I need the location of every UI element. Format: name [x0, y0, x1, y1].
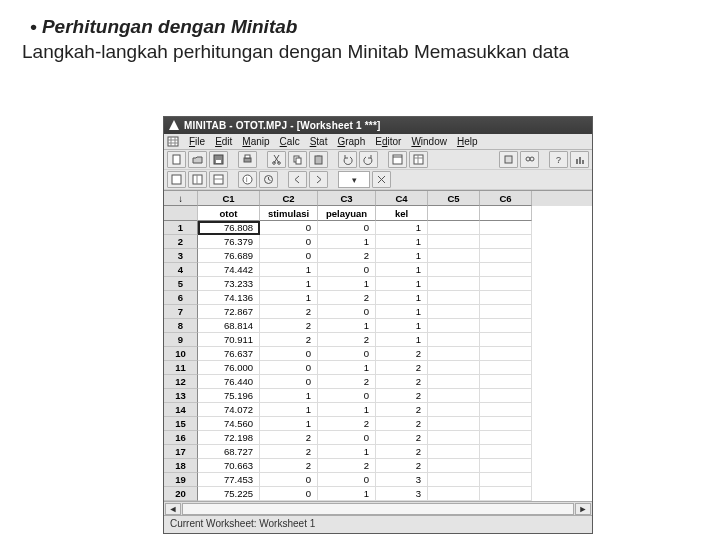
- cell[interactable]: 76.689: [198, 249, 260, 263]
- row-header[interactable]: 10: [164, 347, 198, 361]
- cell[interactable]: 0: [318, 221, 376, 235]
- cell[interactable]: 2: [318, 291, 376, 305]
- tool-c[interactable]: [209, 171, 228, 188]
- cell[interactable]: 1: [376, 221, 428, 235]
- row-header[interactable]: 1: [164, 221, 198, 235]
- cell[interactable]: 70.663: [198, 459, 260, 473]
- cell[interactable]: 2: [376, 347, 428, 361]
- col-header[interactable]: C2: [260, 191, 318, 206]
- help-button[interactable]: ?: [549, 151, 568, 168]
- open-button[interactable]: [188, 151, 207, 168]
- cell[interactable]: 1: [376, 305, 428, 319]
- cell[interactable]: 1: [318, 403, 376, 417]
- cell[interactable]: 2: [376, 459, 428, 473]
- cell[interactable]: 0: [260, 473, 318, 487]
- cell[interactable]: 0: [260, 361, 318, 375]
- cell[interactable]: 1: [318, 277, 376, 291]
- cell[interactable]: 2: [318, 333, 376, 347]
- cell[interactable]: [428, 375, 480, 389]
- cell[interactable]: 1: [376, 333, 428, 347]
- cell[interactable]: 72.867: [198, 305, 260, 319]
- cell[interactable]: 0: [318, 347, 376, 361]
- cell[interactable]: 1: [376, 235, 428, 249]
- menu-file[interactable]: File: [184, 136, 210, 147]
- session-window-button[interactable]: [388, 151, 407, 168]
- cell[interactable]: [480, 277, 532, 291]
- cell[interactable]: 1: [376, 263, 428, 277]
- scroll-right-button[interactable]: ►: [575, 503, 591, 515]
- cell[interactable]: 2: [376, 431, 428, 445]
- row-header[interactable]: 17: [164, 445, 198, 459]
- cell[interactable]: 0: [260, 375, 318, 389]
- cell[interactable]: [428, 389, 480, 403]
- cell[interactable]: 2: [260, 431, 318, 445]
- row-header[interactable]: 20: [164, 487, 198, 501]
- varname-cell[interactable]: [480, 206, 532, 221]
- save-button[interactable]: [209, 151, 228, 168]
- cell[interactable]: 1: [260, 291, 318, 305]
- cell[interactable]: 0: [260, 347, 318, 361]
- data-grid[interactable]: ↓ C1 C2 C3 C4 C5 C6 otot stimulasi pelay…: [164, 191, 592, 515]
- row-header[interactable]: 15: [164, 417, 198, 431]
- cell[interactable]: 0: [318, 473, 376, 487]
- cell[interactable]: 74.560: [198, 417, 260, 431]
- cell[interactable]: [428, 235, 480, 249]
- cell[interactable]: 2: [260, 319, 318, 333]
- row-header[interactable]: 16: [164, 431, 198, 445]
- row-header[interactable]: 3: [164, 249, 198, 263]
- cell[interactable]: [480, 263, 532, 277]
- cell[interactable]: 74.136: [198, 291, 260, 305]
- cell[interactable]: 1: [318, 487, 376, 501]
- cell[interactable]: [480, 235, 532, 249]
- cell[interactable]: 3: [376, 487, 428, 501]
- cell[interactable]: [480, 221, 532, 235]
- cell[interactable]: [428, 221, 480, 235]
- scroll-track[interactable]: [182, 503, 574, 515]
- cell[interactable]: [480, 473, 532, 487]
- cell[interactable]: [428, 403, 480, 417]
- redo-button[interactable]: [359, 151, 378, 168]
- cell[interactable]: 73.233: [198, 277, 260, 291]
- varname-cell[interactable]: kel: [376, 206, 428, 221]
- cell[interactable]: [428, 361, 480, 375]
- varname-cell[interactable]: [428, 206, 480, 221]
- row-header[interactable]: 7: [164, 305, 198, 319]
- menu-editor[interactable]: Editor: [370, 136, 406, 147]
- cell[interactable]: 76.000: [198, 361, 260, 375]
- cell[interactable]: [480, 487, 532, 501]
- row-header[interactable]: 5: [164, 277, 198, 291]
- cell[interactable]: 2: [318, 375, 376, 389]
- scroll-left-button[interactable]: ◄: [165, 503, 181, 515]
- menu-manip[interactable]: Manip: [237, 136, 274, 147]
- row-header[interactable]: 9: [164, 333, 198, 347]
- menu-window[interactable]: Window: [406, 136, 452, 147]
- cell[interactable]: 2: [376, 375, 428, 389]
- cell[interactable]: [428, 305, 480, 319]
- col-header[interactable]: C6: [480, 191, 532, 206]
- cell[interactable]: [428, 319, 480, 333]
- chart-button[interactable]: [570, 151, 589, 168]
- cell[interactable]: [480, 389, 532, 403]
- cell[interactable]: [428, 487, 480, 501]
- col-header[interactable]: C3: [318, 191, 376, 206]
- new-file-button[interactable]: [167, 151, 186, 168]
- cell[interactable]: [480, 319, 532, 333]
- cell[interactable]: [480, 249, 532, 263]
- cell[interactable]: [428, 291, 480, 305]
- cell[interactable]: 2: [376, 417, 428, 431]
- cell[interactable]: [428, 459, 480, 473]
- cell[interactable]: 2: [260, 445, 318, 459]
- cell[interactable]: [480, 431, 532, 445]
- row-header[interactable]: 12: [164, 375, 198, 389]
- cell[interactable]: 1: [318, 361, 376, 375]
- cell[interactable]: [428, 263, 480, 277]
- cell[interactable]: 68.727: [198, 445, 260, 459]
- worksheet-window-button[interactable]: [409, 151, 428, 168]
- cell[interactable]: 72.198: [198, 431, 260, 445]
- cell[interactable]: 74.072: [198, 403, 260, 417]
- print-button[interactable]: [238, 151, 257, 168]
- next-button[interactable]: [309, 171, 328, 188]
- col-header[interactable]: C5: [428, 191, 480, 206]
- varname-cell[interactable]: otot: [198, 206, 260, 221]
- row-header[interactable]: 4: [164, 263, 198, 277]
